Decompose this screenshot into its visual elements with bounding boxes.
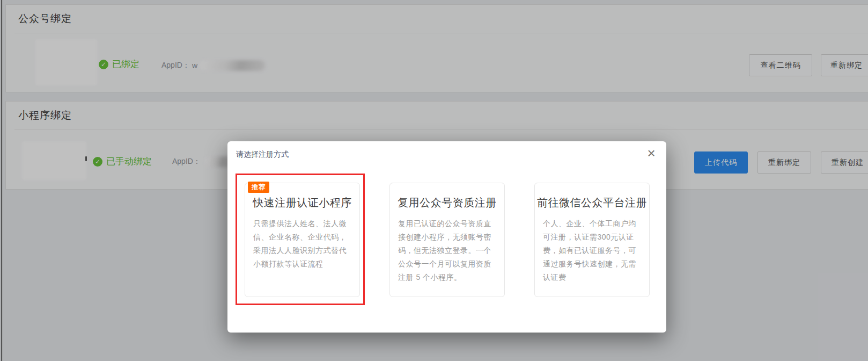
recommended-badge: 推荐 [248,182,269,193]
card-description: 复用已认证的公众号资质直接创建小程序，无须账号密码，但无法独立登录。一个公众号一… [398,217,497,284]
card-title: 复用公众号资质注册 [390,196,504,210]
card-description: 只需提供法人姓名、法人微信、企业名称、企业代码，采用法人人脸识别方式替代小额打款… [253,217,352,271]
card-fast-register[interactable]: 推荐 快速注册认证小程序 只需提供法人姓名、法人微信、企业名称、企业代码，采用法… [245,183,360,297]
dialog-title: 请选择注册方式 [236,150,289,160]
card-title: 快速注册认证小程序 [245,196,359,210]
register-method-dialog: 请选择注册方式 × 推荐 快速注册认证小程序 只需提供法人姓名、法人微信、企业名… [227,141,666,333]
close-icon[interactable]: × [643,145,660,162]
card-goto-wechat-platform[interactable]: 前往微信公众平台注册 个人、企业、个体工商户均可注册，认证需300元认证费，如有… [534,183,650,297]
register-method-cards: 推荐 快速注册认证小程序 只需提供法人姓名、法人微信、企业名称、企业代码，采用法… [245,183,650,297]
card-reuse-official-qualification[interactable]: 复用公众号资质注册 复用已认证的公众号资质直接创建小程序，无须账号密码，但无法独… [389,183,505,297]
card-title: 前往微信公众平台注册 [535,196,649,210]
card-description: 个人、企业、个体工商户均可注册，认证需300元认证费，如有已认证服务号，可通过服… [543,217,642,284]
